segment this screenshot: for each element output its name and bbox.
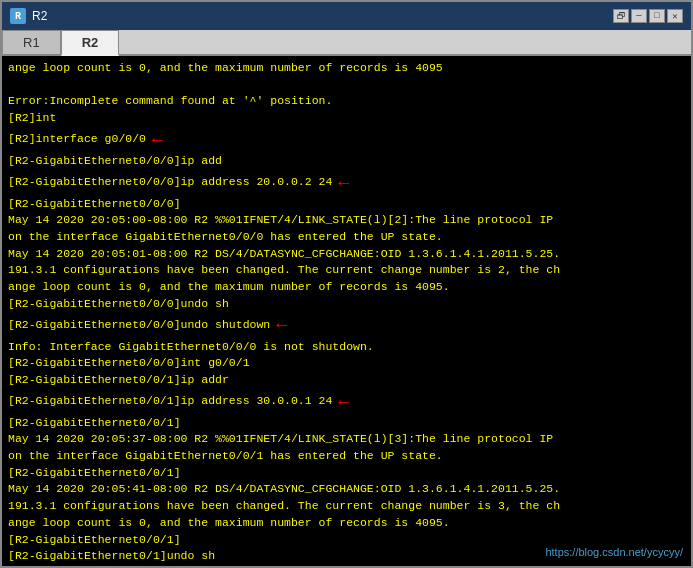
line-text: ange loop count is 0, and the maximum nu… (8, 60, 443, 77)
terminal-line: May 14 2020 20:05:37-08:00 R2 %%01IFNET/… (8, 431, 685, 448)
restore-button[interactable]: 🗗 (613, 9, 629, 23)
terminal-line: Info: Interface GigabitEthernet0/0/0 is … (8, 339, 685, 356)
terminal-line: [R2-GigabitEthernet0/0/0]int g0/0/1 (8, 355, 685, 372)
terminal-line: [R2-GigabitEthernet0/0/0] (8, 196, 685, 213)
line-text: [R2-GigabitEthernet0/0/1]ip address 30.0… (8, 393, 332, 410)
close-button[interactable]: ✕ (667, 9, 683, 23)
terminal-line: [R2-GigabitEthernet0/1]undo sh (8, 548, 685, 565)
terminal-line: ange loop count is 0, and the maximum nu… (8, 60, 685, 77)
line-text: [R2-GigabitEthernet0/0/1] (8, 415, 181, 432)
minimize-button[interactable]: — (631, 9, 647, 23)
line-text: May 14 2020 20:05:01-08:00 R2 DS/4/DATAS… (8, 246, 560, 263)
arrow-indicator: ← (152, 127, 163, 153)
line-text: Info: Interface GigabitEthernet0/0/0 is … (8, 339, 374, 356)
terminal-output[interactable]: ange loop count is 0, and the maximum nu… (2, 56, 691, 566)
line-text: [R2-GigabitEthernet0/1]undo sh (8, 548, 215, 565)
terminal-line: ange loop count is 0, and the maximum nu… (8, 515, 685, 532)
terminal-line: [R2-GigabitEthernet0/0/1] (8, 415, 685, 432)
line-text: on the interface GigabitEthernet0/0/0 ha… (8, 229, 443, 246)
line-text: ange loop count is 0, and the maximum nu… (8, 279, 450, 296)
line-text: [R2-GigabitEthernet0/0/0]undo sh (8, 296, 229, 313)
line-text: on the interface GigabitEthernet0/0/1 ha… (8, 448, 443, 465)
arrow-indicator: ← (276, 565, 287, 566)
tab-r1[interactable]: R1 (2, 30, 61, 54)
arrow-indicator: ← (276, 312, 287, 338)
terminal-container: ange loop count is 0, and the maximum nu… (2, 56, 691, 566)
terminal-line: [R2]int (8, 110, 685, 127)
line-text: [R2-GigabitEthernet0/0/1] (8, 465, 181, 482)
terminal-line: on the interface GigabitEthernet0/0/1 ha… (8, 448, 685, 465)
line-text: May 14 2020 20:05:00-08:00 R2 %%01IFNET/… (8, 212, 553, 229)
line-text: 191.3.1 configurations have been changed… (8, 262, 560, 279)
line-text: [R2-GigabitEthernet0/0/0] (8, 196, 181, 213)
line-text: [R2]interface g0/0/0 (8, 131, 146, 148)
tab-bar: R1 R2 (2, 30, 691, 56)
title-bar: R R2 🗗 — □ ✕ (2, 2, 691, 30)
maximize-button[interactable]: □ (649, 9, 665, 23)
line-text: May 14 2020 20:05:41-08:00 R2 DS/4/DATAS… (8, 481, 560, 498)
arrow-indicator: ← (338, 170, 349, 196)
terminal-line: 191.3.1 configurations have been changed… (8, 262, 685, 279)
line-text: [R2-GigabitEthernet0/0/1] (8, 532, 181, 549)
line-text: [R2-GigabitEthernet0/0/0]ip add (8, 153, 222, 170)
arrow-indicator: ← (338, 389, 349, 415)
terminal-line: [R2-GigabitEthernet0/0/0]ip address 20.0… (8, 170, 685, 196)
terminal-line: [R2-GigabitEthernet0/0/1]undo shutdown← (8, 565, 685, 566)
terminal-line: [R2-GigabitEthernet0/0/1]ip address 30.0… (8, 389, 685, 415)
line-text: May 14 2020 20:05:37-08:00 R2 %%01IFNET/… (8, 431, 553, 448)
line-text: [R2-GigabitEthernet0/0/1]ip addr (8, 372, 229, 389)
terminal-line: ange loop count is 0, and the maximum nu… (8, 279, 685, 296)
terminal-line: [R2-GigabitEthernet0/0/0]undo shutdown← (8, 312, 685, 338)
terminal-line: [R2-GigabitEthernet0/0/0]undo sh (8, 296, 685, 313)
terminal-line: May 14 2020 20:05:01-08:00 R2 DS/4/DATAS… (8, 246, 685, 263)
main-window: R R2 🗗 — □ ✕ R1 R2 ange loop count is 0,… (0, 0, 693, 568)
line-text: [R2-GigabitEthernet0/0/0]undo shutdown (8, 317, 270, 334)
tab-r2[interactable]: R2 (61, 30, 120, 56)
line-text: Error:Incomplete command found at '^' po… (8, 93, 332, 110)
terminal-line: [R2-GigabitEthernet0/0/1] (8, 532, 685, 549)
terminal-line: 191.3.1 configurations have been changed… (8, 498, 685, 515)
terminal-line (8, 77, 685, 94)
terminal-line: [R2]interface g0/0/0← (8, 127, 685, 153)
line-text: ange loop count is 0, and the maximum nu… (8, 515, 450, 532)
terminal-line: May 14 2020 20:05:00-08:00 R2 %%01IFNET/… (8, 212, 685, 229)
terminal-line: on the interface GigabitEthernet0/0/0 ha… (8, 229, 685, 246)
line-text: 191.3.1 configurations have been changed… (8, 498, 560, 515)
line-text: [R2-GigabitEthernet0/0/0]int g0/0/1 (8, 355, 250, 372)
terminal-line: [R2-GigabitEthernet0/0/1]ip addr (8, 372, 685, 389)
window-title: R2 (32, 9, 607, 23)
terminal-line: [R2-GigabitEthernet0/0/1] (8, 465, 685, 482)
line-text: [R2]int (8, 110, 56, 127)
terminal-line: May 14 2020 20:05:41-08:00 R2 DS/4/DATAS… (8, 481, 685, 498)
app-icon: R (10, 8, 26, 24)
line-text: [R2-GigabitEthernet0/0/0]ip address 20.0… (8, 174, 332, 191)
terminal-line: Error:Incomplete command found at '^' po… (8, 93, 685, 110)
terminal-line: [R2-GigabitEthernet0/0/0]ip add (8, 153, 685, 170)
window-controls: 🗗 — □ ✕ (613, 9, 683, 23)
